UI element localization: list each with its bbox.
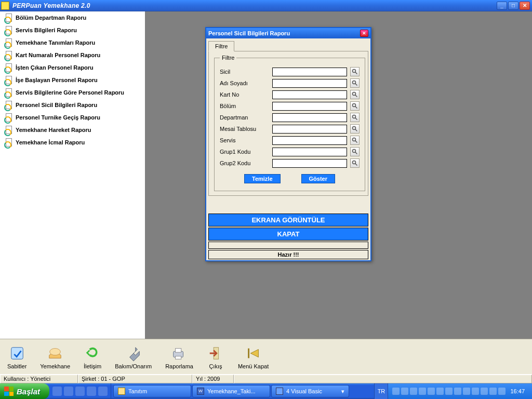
lookup-grup1[interactable] xyxy=(350,147,360,156)
label-adsoyad: Adı Soyadı xyxy=(220,80,269,86)
menukapat-icon xyxy=(245,344,262,362)
quicklaunch-item[interactable] xyxy=(75,387,85,396)
quicklaunch-item[interactable] xyxy=(64,387,73,396)
chevron-down-icon: ▾ xyxy=(341,388,344,395)
status-yil: Yıl : 2009 xyxy=(192,375,234,383)
language-indicator[interactable]: TR xyxy=(374,383,388,399)
sidebar-item-bolum-departman[interactable]: Bölüm Departman Raporu xyxy=(0,11,145,24)
minimize-button[interactable]: _ xyxy=(497,2,507,10)
tray-icon[interactable] xyxy=(445,388,453,395)
taskbar-tasks: Tanıtım WYemekhane_Taki... 4 Visual Basi… xyxy=(111,383,374,399)
toolbar-cikis[interactable]: Çıkış xyxy=(205,343,227,370)
show-button[interactable]: Göster xyxy=(301,174,335,183)
sidebar-item-yemekhane-tanimlari[interactable]: Yemekhane Tanımları Raporu xyxy=(0,36,145,49)
tray-icon[interactable] xyxy=(410,388,417,395)
input-grup1[interactable] xyxy=(272,148,347,156)
sidebar-item-personel-turnike[interactable]: Personel Turnike Geçiş Raporu xyxy=(0,111,145,124)
svg-line-1 xyxy=(355,72,357,74)
toolbar-yemekhane[interactable]: Yemekhane xyxy=(38,343,72,370)
tray-icon[interactable] xyxy=(428,388,435,395)
yemekhane-icon xyxy=(46,344,64,362)
taskbar-clock[interactable]: 16:47 xyxy=(507,388,528,394)
lookup-bolum[interactable] xyxy=(350,101,360,111)
sidebar-item-label: Kart Numaralı Personel Raporu xyxy=(16,52,100,58)
iletisim-icon xyxy=(84,344,101,362)
tray-icon[interactable] xyxy=(481,388,488,395)
label-departman: Departman xyxy=(220,114,269,121)
report-icon xyxy=(4,138,12,147)
report-list-panel: Bölüm Departman Raporu Servis Bilgileri … xyxy=(0,11,145,339)
screen-display-button[interactable]: EKRANA GÖRÜNTÜLE xyxy=(208,214,368,227)
tray-icon[interactable] xyxy=(392,388,400,395)
toolbar-sabitler[interactable]: Sabitler xyxy=(5,343,29,370)
clear-button[interactable]: Temizle xyxy=(244,174,281,183)
quicklaunch-item[interactable] xyxy=(87,387,96,396)
quicklaunch-item[interactable] xyxy=(98,387,108,396)
status-empty xyxy=(234,375,532,383)
sidebar-item-label: Servis Bilgileri Raporu xyxy=(16,27,77,33)
svg-point-0 xyxy=(353,70,356,73)
sidebar-item-servis-gore-personel[interactable]: Servis Bilgilerine Göre Personel Raporu xyxy=(0,86,145,99)
report-icon xyxy=(4,88,12,97)
sidebar-item-yemekhane-icmal[interactable]: Yemekhane İcmal Raporu xyxy=(0,136,145,149)
lookup-adsoyad[interactable] xyxy=(350,78,360,88)
svg-line-5 xyxy=(355,95,357,97)
toolbar-raporlama[interactable]: Raporlama xyxy=(163,343,195,370)
toolbar-label: Sabitler xyxy=(7,363,26,369)
tab-filtre[interactable]: Filtre xyxy=(208,41,234,51)
app-title: PERPuan Yemekhane 2.0 xyxy=(12,2,497,9)
sidebar-item-ise-baslayan[interactable]: İşe Başlayan Personel Raporu xyxy=(0,74,145,86)
input-servis[interactable] xyxy=(272,136,347,145)
task-tanitim[interactable]: Tanıtım xyxy=(113,385,191,397)
svg-line-3 xyxy=(355,84,357,86)
maximize-button[interactable]: □ xyxy=(508,2,518,10)
report-dialog: Personel Sicil Bilgileri Raporu ✕ Filtre… xyxy=(205,27,371,261)
lookup-mesai[interactable] xyxy=(350,124,360,134)
tray-icon[interactable] xyxy=(454,388,461,395)
start-button[interactable]: Başlat xyxy=(0,383,49,399)
bottom-toolbar: Sabitler Yemekhane İletişim Bakım/Onarım… xyxy=(0,339,532,374)
sidebar-item-kart-numarali[interactable]: Kart Numaralı Personel Raporu xyxy=(0,49,145,61)
tray-icon[interactable] xyxy=(498,388,506,395)
tray-icon[interactable] xyxy=(419,388,426,395)
tray-icon[interactable] xyxy=(463,388,470,395)
toolbar-menukapat[interactable]: Menü Kapat xyxy=(236,343,271,370)
sidebar-item-label: İşten Çıkan Personel Raporu xyxy=(16,64,94,71)
input-grup2[interactable] xyxy=(272,159,347,168)
lookup-sicil[interactable] xyxy=(350,67,360,76)
sidebar-item-yemekhane-hareket[interactable]: Yemekhane Hareket Raporu xyxy=(0,124,145,136)
lookup-servis[interactable] xyxy=(350,136,360,145)
lookup-grup2[interactable] xyxy=(350,158,360,168)
sidebar-item-servis-bilgileri[interactable]: Servis Bilgileri Raporu xyxy=(0,24,145,36)
dialog-close-button[interactable]: ✕ xyxy=(360,30,368,37)
task-yemekhane-taki[interactable]: WYemekhane_Taki... xyxy=(192,385,270,397)
task-visual-basic[interactable]: 4 Visual Basic▾ xyxy=(271,385,349,397)
sidebar-item-label: Personel Sicil Bilgileri Raporu xyxy=(16,102,97,108)
task-label: Tanıtım xyxy=(128,388,147,394)
close-window-button[interactable]: ✕ xyxy=(520,2,530,10)
input-mesai[interactable] xyxy=(272,125,347,134)
search-icon xyxy=(352,137,358,143)
toolbar-iletisim[interactable]: İletişim xyxy=(82,343,103,370)
tray-icon[interactable] xyxy=(489,388,497,395)
sidebar-item-personel-sicil[interactable]: Personel Sicil Bilgileri Raporu xyxy=(0,99,145,111)
input-sicil[interactable] xyxy=(272,68,347,76)
bakim-icon xyxy=(125,344,142,362)
tray-icon[interactable] xyxy=(401,388,408,395)
input-kartno[interactable] xyxy=(272,90,347,99)
tray-icon[interactable] xyxy=(436,388,444,395)
sidebar-item-isten-cikan[interactable]: İşten Çıkan Personel Raporu xyxy=(0,61,145,74)
lookup-departman[interactable] xyxy=(350,113,360,122)
row-departman: Departman xyxy=(220,113,360,122)
dialog-tabstrip: Filtre xyxy=(206,38,370,51)
input-adsoyad[interactable] xyxy=(272,79,347,88)
input-bolum[interactable] xyxy=(272,102,347,111)
close-button[interactable]: KAPAT xyxy=(208,228,368,241)
quicklaunch-item[interactable] xyxy=(52,387,62,396)
input-departman[interactable] xyxy=(272,113,347,122)
toolbar-bakim[interactable]: Bakım/Onarım xyxy=(113,343,154,370)
svg-rect-18 xyxy=(11,347,23,359)
svg-point-10 xyxy=(353,127,356,130)
lookup-kartno[interactable] xyxy=(350,90,360,99)
tray-icon[interactable] xyxy=(472,388,479,395)
